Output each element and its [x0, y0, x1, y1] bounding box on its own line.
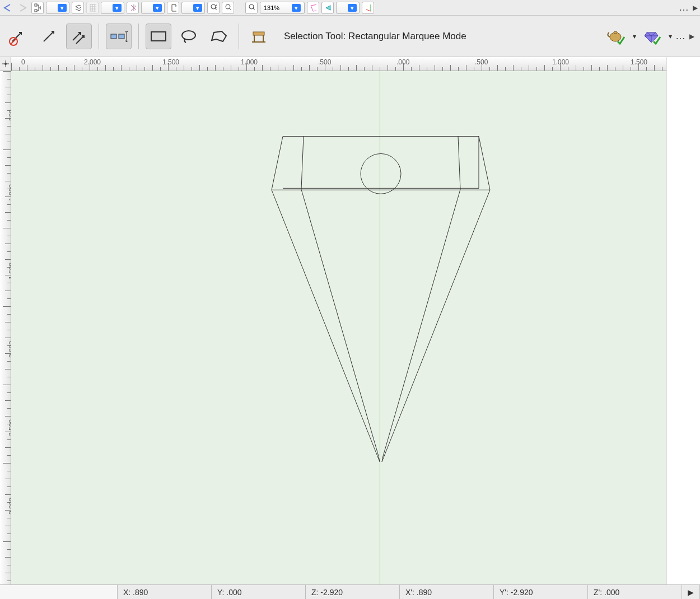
plane-pink-icon[interactable]	[307, 2, 319, 14]
svg-point-6	[226, 4, 230, 9]
status-bar: X: .890 Y: .000 Z: -2.920 X': .890 Y': -…	[0, 584, 700, 599]
nav-forward-icon[interactable]	[17, 3, 29, 13]
chevron-down-icon: ▾	[153, 4, 162, 12]
select-multi-icon[interactable]	[66, 24, 92, 49]
ruler-h-label: 1.000	[241, 58, 258, 66]
svg-point-7	[249, 4, 254, 9]
plane-cyan-icon[interactable]	[321, 2, 334, 14]
chevron-down-icon: ▾	[193, 4, 202, 12]
status-zp: Z': .000	[588, 585, 682, 599]
polygon-lasso-icon[interactable]	[206, 24, 232, 49]
svg-rect-1	[35, 10, 37, 12]
chevron-down-icon: ▾	[292, 4, 301, 12]
ruler-vertical[interactable]: .5001.0001.5002.0002.5003.000	[0, 71, 11, 584]
tool-name-label: Selection Tool: Rectangular Marquee Mode	[284, 31, 466, 42]
dropdown-4[interactable]: ▾	[181, 2, 205, 14]
dropdown-2[interactable]: ▾	[101, 2, 124, 14]
marquee-rect-icon[interactable]	[146, 24, 171, 49]
ruler-horizontal[interactable]: 02.0001.5001.000.500.000.5001.0001.500	[11, 57, 666, 71]
more-icon[interactable]: …	[675, 30, 686, 42]
zoom-value: 131%	[264, 4, 279, 11]
svg-rect-2	[40, 7, 41, 9]
furniture-tool-icon[interactable]	[246, 24, 272, 49]
svg-rect-5	[216, 5, 217, 8]
ruler-origin-icon[interactable]	[0, 57, 11, 71]
overflow-arrow-icon[interactable]: ▶	[693, 4, 698, 12]
separator	[138, 24, 139, 49]
zoom-icon[interactable]	[245, 2, 258, 14]
hierarchy-icon[interactable]	[31, 2, 44, 14]
ruler-h-label: .500	[318, 58, 331, 66]
document-icon[interactable]	[167, 2, 179, 14]
status-xp: X': .890	[400, 585, 494, 599]
status-y: Y: .000	[212, 585, 306, 599]
statusbar-spacer	[0, 585, 118, 599]
teapot-check-icon[interactable]	[604, 24, 629, 49]
dropdown-3[interactable]: ▾	[141, 2, 165, 14]
toolbar-top: ▾ ▾ ▾ ▾ 131%▾ ▾	[0, 0, 700, 16]
chevron-down-icon: ▾	[58, 4, 67, 12]
ruler-h-label: 0	[21, 58, 25, 66]
work-area: 02.0001.5001.000.500.000.5001.0001.500 .…	[0, 57, 666, 584]
dropdown-1[interactable]: ▾	[46, 2, 69, 14]
ruler-h-label: 1.500	[631, 58, 647, 66]
svg-point-18	[361, 154, 401, 194]
zoom-field[interactable]: 131%▾	[260, 2, 305, 14]
ruler-h-label: 1.500	[162, 58, 179, 66]
select-single-icon[interactable]	[36, 24, 62, 49]
more-icon[interactable]: …	[679, 2, 689, 13]
status-z: Z: -2.920	[306, 585, 400, 599]
zoom-selection-icon[interactable]	[207, 2, 220, 14]
ruler-h-label: 2.000	[84, 58, 101, 66]
layers-icon[interactable]	[72, 2, 84, 14]
svg-rect-11	[119, 34, 124, 39]
svg-point-4	[211, 4, 216, 9]
ruler-h-label: 1.000	[552, 58, 569, 66]
chevron-down-icon: ▾	[348, 4, 357, 12]
svg-point-17	[4, 63, 7, 65]
svg-rect-14	[253, 32, 264, 35]
right-panel	[666, 57, 700, 584]
ruler-h-label: .500	[475, 58, 488, 66]
chevron-down-icon: ▾	[113, 4, 122, 12]
gem-check-icon[interactable]	[640, 24, 665, 49]
grid-icon[interactable]	[86, 2, 99, 14]
svg-rect-0	[35, 4, 37, 6]
ruler-h-label: .000	[396, 58, 409, 66]
separator	[99, 24, 99, 49]
app-window: ▾ ▾ ▾ ▾ 131%▾ ▾	[0, 0, 700, 599]
status-x: X: .890	[118, 585, 212, 599]
separator	[239, 24, 239, 49]
dropdown-5[interactable]: ▾	[336, 2, 360, 14]
chevron-down-icon[interactable]: ▾	[669, 32, 672, 40]
axes-icon[interactable]	[127, 2, 139, 14]
lasso-icon[interactable]	[176, 24, 202, 49]
svg-rect-12	[151, 32, 166, 41]
svg-point-13	[182, 31, 195, 40]
resize-tool-icon[interactable]	[106, 24, 132, 49]
overflow-arrow-icon[interactable]: ▶	[689, 32, 694, 40]
statusbar-overflow-icon[interactable]: ▶	[682, 585, 700, 599]
chevron-down-icon[interactable]: ▾	[633, 32, 636, 40]
nav-back-icon[interactable]	[2, 3, 15, 13]
svg-rect-10	[111, 34, 116, 39]
select-none-icon[interactable]	[6, 24, 31, 49]
3d-axes-icon[interactable]: x	[362, 2, 374, 14]
drawing-content	[11, 71, 666, 584]
status-yp: Y': -2.920	[494, 585, 588, 599]
svg-point-16	[614, 31, 617, 34]
toolbar-tool-options: Selection Tool: Rectangular Marquee Mode…	[0, 16, 700, 57]
canvas[interactable]	[11, 71, 666, 584]
zoom-fit-icon[interactable]	[222, 2, 234, 14]
